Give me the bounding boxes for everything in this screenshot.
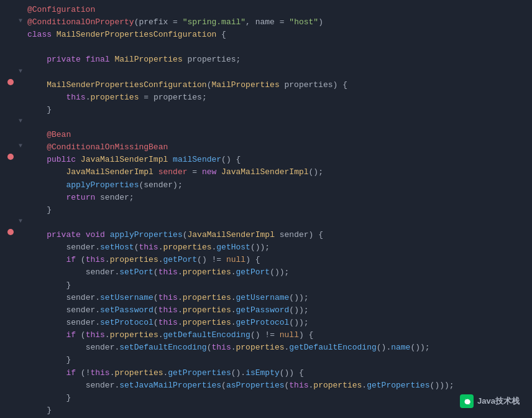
code-line: private void applyProperties(JavaMailSen… (0, 229, 532, 241)
watermark-label: Java技术栈 (477, 395, 520, 407)
svg-point-0 (466, 399, 466, 400)
code-line: if (!this.properties.getProperties().isE… (0, 367, 532, 379)
code-text: MailSenderPropertiesConfiguration(MailPr… (25, 79, 532, 91)
breakpoint-col[interactable] (5, 79, 16, 85)
code-line: sender.setJavaMailProperties(asPropertie… (0, 379, 532, 392)
code-text: @Bean (25, 129, 532, 141)
code-text: sender.setPort(this.properties.getPort()… (25, 266, 532, 279)
code-text: @Configuration (25, 4, 532, 16)
code-text: } (25, 204, 532, 216)
breakpoint-col[interactable] (5, 229, 16, 235)
code-editor: @Configuration▼@ConditionalOnProperty(pr… (0, 0, 532, 418)
code-text: sender.setDefaultEncoding(this.propertie… (25, 341, 532, 354)
code-line: private final MailProperties properties; (0, 53, 532, 66)
code-line: } (0, 392, 532, 404)
code-line: this.properties = properties; (0, 91, 532, 104)
svg-point-1 (467, 399, 468, 400)
code-line: sender.setProtocol(this.properties.getPr… (0, 317, 532, 329)
code-text: @ConditionalOnMissingBean (25, 141, 532, 154)
code-text: return sender; (25, 192, 532, 204)
code-line: applyProperties(sender); (0, 179, 532, 192)
code-text: } (25, 104, 532, 116)
code-text: public JavaMailSenderImpl mailSender() { (25, 154, 532, 166)
breakpoint-col[interactable] (5, 154, 16, 160)
code-line: ▼@ConditionalOnProperty(prefix = "spring… (0, 16, 532, 29)
code-line: sender.setPassword(this.properties.getPa… (0, 304, 532, 317)
code-line: sender.setUsername(this.properties.getUs… (0, 292, 532, 304)
code-line: MailSenderPropertiesConfiguration(MailPr… (0, 79, 532, 91)
code-line (0, 41, 532, 53)
code-text: this.properties = properties; (25, 91, 532, 104)
code-text: sender.setPassword(this.properties.getPa… (25, 304, 532, 317)
code-line: JavaMailSenderImpl sender = new JavaMail… (0, 166, 532, 179)
code-text: class MailSenderPropertiesConfiguration … (25, 29, 532, 41)
code-text: sender.setProtocol(this.properties.getPr… (25, 317, 532, 329)
code-line: return sender; (0, 192, 532, 204)
code-line: ▼ (0, 216, 532, 229)
watermark: Java技术栈 (460, 394, 520, 408)
fold-col[interactable]: ▼ (16, 16, 25, 26)
code-line: @Bean (0, 129, 532, 141)
wechat-icon (460, 394, 474, 408)
code-text: sender.setUsername(this.properties.getUs… (25, 292, 532, 304)
breakpoint-dot (7, 79, 14, 85)
code-text: if (!this.properties.getProperties().isE… (25, 367, 532, 379)
code-text: sender.setJavaMailProperties(asPropertie… (25, 379, 532, 392)
code-line: @Configuration (0, 4, 532, 16)
fold-col[interactable]: ▼ (16, 216, 25, 226)
code-text: @ConditionalOnProperty(prefix = "spring.… (25, 16, 532, 29)
code-text: } (25, 279, 532, 292)
code-line: sender.setPort(this.properties.getPort()… (0, 266, 532, 279)
code-line: ▼ (0, 116, 532, 129)
breakpoint-dot (7, 154, 14, 160)
fold-col[interactable]: ▼ (16, 116, 25, 126)
fold-col[interactable]: ▼ (16, 67, 25, 77)
code-text: if (this.properties.getPort() != null) { (25, 254, 532, 266)
code-text: private void applyProperties(JavaMailSen… (25, 229, 532, 241)
code-line: } (0, 279, 532, 292)
code-text: applyProperties(sender); (25, 179, 532, 192)
breakpoint-dot (7, 229, 14, 235)
fold-col[interactable]: ▼ (16, 141, 25, 151)
code-line: if (this.properties.getPort() != null) { (0, 254, 532, 266)
code-line: } (0, 204, 532, 216)
code-line: class MailSenderPropertiesConfiguration … (0, 29, 532, 41)
code-line: ▼ (0, 67, 532, 79)
code-line: ▼ @ConditionalOnMissingBean (0, 141, 532, 154)
code-line: } (0, 354, 532, 366)
code-text: if (this.properties.getDefaultEncoding()… (25, 329, 532, 341)
code-line: } (0, 104, 532, 116)
code-text: } (25, 354, 532, 366)
code-line: if (this.properties.getDefaultEncoding()… (0, 329, 532, 341)
code-text: private final MailProperties properties; (25, 53, 532, 66)
code-text: } (25, 392, 532, 404)
code-text: JavaMailSenderImpl sender = new JavaMail… (25, 166, 532, 179)
code-line: sender.setDefaultEncoding(this.propertie… (0, 341, 532, 354)
code-text: sender.setHost(this.properties.getHost()… (25, 241, 532, 254)
code-line: public JavaMailSenderImpl mailSender() { (0, 154, 532, 166)
code-line: } (0, 404, 532, 417)
code-line: sender.setHost(this.properties.getHost()… (0, 241, 532, 254)
code-text: } (25, 404, 532, 417)
